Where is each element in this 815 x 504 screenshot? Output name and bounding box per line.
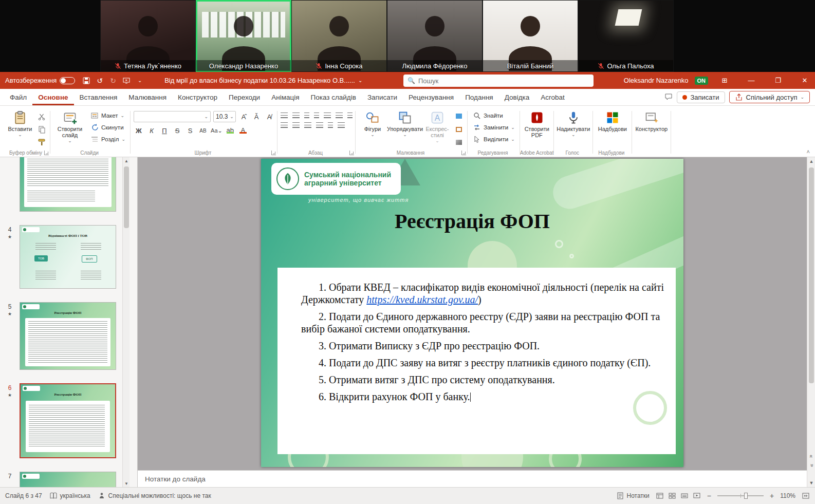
scroll-down-icon[interactable]: ▼ <box>123 480 130 487</box>
align-text-icon[interactable] <box>347 113 353 118</box>
autosave-switch[interactable] <box>60 77 75 84</box>
participant-tile[interactable]: Тетяна Лук`яненко <box>100 0 196 72</box>
font-size-combobox[interactable]: 10.3⌄ <box>213 111 236 122</box>
thumbnail-scrollbar[interactable]: ▲ ▼ <box>122 157 129 487</box>
change-case-button[interactable]: Аа⌄ <box>211 125 223 136</box>
slide-sorter-view-button[interactable] <box>668 492 676 500</box>
shape-effects-button[interactable] <box>453 137 465 147</box>
zoom-slider-thumb[interactable] <box>744 493 748 499</box>
slide-canvas[interactable]: Сумський національний аграрний університ… <box>138 157 807 470</box>
section-button[interactable]: Розділ⌄ <box>88 134 127 144</box>
slide-title[interactable]: Реєстрація ФОП <box>261 209 683 233</box>
paragraph-dialog-launcher[interactable] <box>349 151 354 155</box>
layout-button[interactable]: Макет⌄ <box>88 110 127 121</box>
kved-link[interactable]: https://kved.ukrstat.gov.ua/ <box>366 294 478 305</box>
font-color-button[interactable]: А <box>238 125 248 136</box>
search-input[interactable] <box>418 77 589 85</box>
thumbnail-slide-4[interactable]: Відмінності ФОП і ТОВ ТОВ ФОП <box>20 225 116 289</box>
format-painter-button[interactable] <box>36 137 47 147</box>
line-spacing-icon[interactable] <box>324 113 331 118</box>
search-box[interactable]: 🔍 <box>403 74 594 87</box>
normal-view-button[interactable] <box>656 492 664 500</box>
participant-tile[interactable]: Олександр Назаренко <box>196 0 291 72</box>
ribbon-tab[interactable]: Малювання <box>123 89 172 105</box>
restore-button[interactable]: ❐ <box>768 72 788 89</box>
character-spacing-button[interactable]: АВ <box>198 125 208 136</box>
thumbnail-slide-5[interactable]: Реєстрація ФОП <box>20 302 116 370</box>
collapse-ribbon-icon[interactable]: ˄ <box>807 148 810 155</box>
share-button[interactable]: Спільний доступ ⌄ <box>729 91 810 103</box>
columns-icon[interactable] <box>328 122 333 128</box>
create-pdf-button[interactable]: Створити PDF <box>523 108 551 148</box>
increase-font-size-button[interactable]: А̂ <box>238 111 249 122</box>
zoom-level[interactable]: 110% <box>780 492 795 499</box>
slide-content-textbox[interactable]: 1. Обрати КВЕД – класифікатор видів екон… <box>277 268 676 454</box>
bullets-icon[interactable] <box>281 113 288 118</box>
align-left-icon[interactable] <box>281 122 288 128</box>
customize-quick-access-icon[interactable]: ⌄ <box>136 77 144 85</box>
notes-pane[interactable]: Нотатки до слайда <box>138 470 807 487</box>
vertical-scrollbar[interactable]: ▲ « « ▼ <box>807 157 815 487</box>
ribbon-tab[interactable]: Довідка <box>499 89 535 105</box>
dictate-button[interactable]: Надиктувати⌄ <box>557 108 590 148</box>
language-indicator[interactable]: українська <box>49 492 90 500</box>
strikethrough-button[interactable]: S <box>172 125 182 136</box>
ribbon-tab[interactable]: Показ слайдів <box>305 89 361 105</box>
user-avatar-badge[interactable]: ON <box>695 77 709 85</box>
reset-button[interactable]: Скинути <box>88 122 127 133</box>
document-title[interactable]: Від мрії до власн бізнесу податки 10.03.… <box>164 77 362 84</box>
ribbon-tab[interactable]: Записати <box>362 89 403 105</box>
scroll-down-icon[interactable]: ▼ <box>807 479 815 487</box>
ribbon-display-options-icon[interactable]: ⊞ <box>714 72 735 89</box>
text-direction-icon[interactable] <box>336 113 343 118</box>
comments-icon[interactable] <box>664 92 673 102</box>
ribbon-tab[interactable]: Подання <box>459 89 499 105</box>
undo-button[interactable]: ↺ <box>96 77 104 85</box>
bold-button[interactable]: Ж <box>134 125 144 136</box>
zoom-out-button[interactable]: − <box>707 492 711 500</box>
ribbon-tab[interactable]: Acrobat <box>535 89 570 105</box>
fit-to-window-button[interactable] <box>802 492 810 500</box>
find-button[interactable]: Знайти <box>471 110 517 121</box>
thumbnail-slide-7[interactable] <box>20 472 116 487</box>
ribbon-tab[interactable]: Конструктор <box>172 89 223 105</box>
start-slideshow-icon[interactable] <box>122 77 131 85</box>
redo-button[interactable]: ↻ <box>109 77 117 85</box>
ribbon-tab[interactable]: Анімація <box>266 89 305 105</box>
ribbon-tab[interactable]: Переходи <box>223 89 266 105</box>
decrease-font-size-button[interactable]: А̌ <box>251 111 262 122</box>
next-slide-button[interactable]: « <box>807 461 815 471</box>
zoom-in-button[interactable]: + <box>770 492 774 500</box>
participant-tile[interactable]: Інна Сорока <box>291 0 387 72</box>
italic-button[interactable]: К <box>146 125 157 136</box>
save-icon[interactable] <box>82 77 90 85</box>
decrease-indent-icon[interactable] <box>304 113 309 118</box>
replace-button[interactable]: Замінити⌄ <box>471 122 517 133</box>
user-name[interactable]: Oleksandr Nazarenko <box>624 77 689 84</box>
quick-styles-button[interactable]: Експрес-стилі⌄ <box>423 108 451 148</box>
record-button[interactable]: Записати <box>677 91 725 103</box>
cut-button[interactable] <box>36 111 47 122</box>
scroll-up-icon[interactable]: ▲ <box>807 157 815 165</box>
ribbon-tab[interactable]: Файл <box>4 89 32 105</box>
shape-outline-button[interactable] <box>453 124 465 135</box>
designer-button[interactable]: Конструктор <box>635 108 668 148</box>
paste-button[interactable]: Вставити⌄ <box>6 108 34 148</box>
notes-toggle-button[interactable]: Нотатки <box>616 492 650 500</box>
participant-tile[interactable]: Людмила Фёдоренко <box>387 0 483 72</box>
convert-smartart-icon[interactable] <box>338 122 345 128</box>
minimize-button[interactable]: — <box>741 72 762 89</box>
accessibility-checker[interactable]: Спеціальні можливості: щось не так <box>98 492 211 500</box>
drawing-dialog-launcher[interactable] <box>461 151 466 155</box>
arrange-button[interactable]: Упорядкувати⌄ <box>388 108 421 148</box>
zoom-slider[interactable] <box>717 495 764 496</box>
thumbnail-slide-6-selected[interactable]: Реєстрація ФОП <box>20 383 116 458</box>
addins-button[interactable]: Надбудови <box>596 108 629 148</box>
font-name-combobox[interactable]: ⌄ <box>134 111 211 122</box>
highlight-color-button[interactable]: ab <box>225 125 235 136</box>
numbering-icon[interactable] <box>292 113 300 118</box>
ribbon-tab[interactable]: Вставлення <box>74 89 123 105</box>
participant-tile[interactable]: Ольга Пальоха <box>578 0 674 72</box>
clipboard-dialog-launcher[interactable] <box>44 151 49 155</box>
underline-button[interactable]: П <box>159 125 170 136</box>
